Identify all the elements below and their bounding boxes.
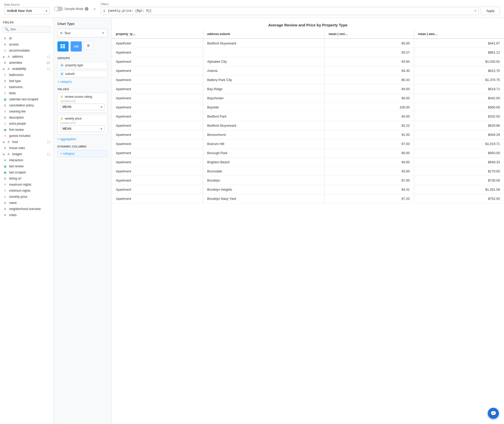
col-header-property-type[interactable]: property_ty…	[112, 30, 203, 39]
cell-mean-price: $1,019.71	[414, 139, 504, 149]
cell-property-type: Apartment	[112, 167, 203, 176]
filter-clear-icon[interactable]: ×	[474, 9, 477, 13]
value-pill-review[interactable]: # review scores rating AGGREGATE MEAN SU…	[57, 93, 107, 112]
number-viz-button[interactable]: 100	[71, 41, 82, 52]
field-item-minimum-nights[interactable]: # minimum nights	[0, 188, 53, 194]
field-item-neighborhood-overview[interactable]: A neighborhood overview	[0, 206, 53, 212]
search-input[interactable]	[10, 28, 49, 31]
field-type-number-icon: #	[3, 110, 7, 113]
cell-mean-price: $442.50	[414, 94, 504, 103]
field-type-number-icon: #	[3, 195, 7, 198]
table-row: Apartment 93.27 $861.12	[112, 48, 504, 57]
value-number-icon: #	[60, 117, 63, 120]
agg-select-price[interactable]: MEAN SUM COUNT	[60, 125, 105, 132]
agg-select-review[interactable]: MEAN SUM COUNT	[60, 104, 105, 110]
field-item-guests-included[interactable]: # guests included	[0, 133, 53, 139]
field-item-calendar[interactable]: ▦ calendar last scraped	[0, 96, 53, 102]
field-item-access[interactable]: A access	[0, 41, 53, 47]
field-item-notes[interactable]: A notes	[0, 212, 53, 218]
cell-suburb: Alphabet City	[203, 57, 324, 66]
cell-property-type: Aparthotel	[112, 39, 203, 48]
field-item-house-rules[interactable]: A house rules	[0, 145, 53, 151]
field-badge: { }	[48, 67, 50, 70]
chart-type-select[interactable]: ≡ Text ▼	[57, 29, 107, 37]
field-item-bedrooms[interactable]: # bedrooms	[0, 84, 53, 90]
field-label: bedrooms	[9, 85, 50, 89]
field-item-bathrooms[interactable]: # bathrooms	[0, 72, 53, 78]
sample-mode-toggle[interactable]	[54, 7, 63, 11]
col-header-suburb[interactable]: address.suburb	[203, 30, 324, 39]
chevron-right-icon: ▶	[3, 153, 5, 156]
table-viz-button[interactable]	[57, 41, 69, 52]
field-label: images	[12, 152, 46, 156]
cell-mean-price: $861.12	[414, 48, 504, 57]
field-group-images[interactable]: ▶ A images { }	[0, 151, 53, 157]
field-label: interaction	[9, 158, 50, 162]
svg-rect-3	[63, 46, 65, 47]
groups-label: Groups	[57, 57, 107, 60]
svg-rect-0	[60, 44, 62, 45]
cell-suburb: Bay Ridge	[203, 85, 324, 94]
add-dynamic-col-button[interactable]: + category	[57, 150, 107, 157]
field-item-listing-url[interactable]: A listing url	[0, 175, 53, 182]
field-label: description	[9, 116, 50, 119]
col-header-mean-review[interactable]: mean ( revi…	[324, 30, 414, 39]
table-row: Apartment Bedford-Stuyvesant 92.22 $629.…	[112, 121, 504, 130]
data-source-select[interactable]: AirBnB New York	[4, 7, 50, 14]
field-item-monthly-price[interactable]: # monthly price	[0, 194, 53, 200]
table-row: Apartment Bedford Park 94.50 $332.50	[112, 112, 504, 121]
field-type-text-icon: A	[3, 159, 7, 162]
chat-button[interactable]: 💬	[488, 408, 499, 419]
cell-suburb: Astoria	[203, 66, 324, 75]
table-row: Apartment Borough Park 90.00 $950.00	[112, 149, 504, 158]
field-item-maximum-nights[interactable]: # maximum nights	[0, 182, 53, 188]
field-item-cancellation[interactable]: A cancellation policy	[0, 102, 53, 108]
cell-mean-review: 85.00	[324, 39, 414, 48]
cell-property-type: Apartment	[112, 75, 203, 85]
field-label: accommodates	[9, 49, 50, 52]
search-box[interactable]: 🔍	[3, 26, 51, 33]
cell-mean-price: $730.00	[414, 176, 504, 185]
field-item-id[interactable]: A id	[0, 35, 53, 41]
group-pill-suburb[interactable]: A suburb	[57, 70, 107, 77]
add-category-button[interactable]: + category	[57, 79, 107, 85]
field-group-host[interactable]: ▶ A host { }	[0, 139, 53, 145]
chart-title: Average Review and Price by Property Typ…	[112, 18, 504, 30]
sample-mode-info-icon[interactable]: i	[85, 7, 88, 11]
svg-rect-5	[63, 47, 65, 48]
agg-select-wrapper: MEAN SUM COUNT	[60, 125, 105, 132]
value-pill-price[interactable]: # weekly price AGGREGATE MEAN SUM COUNT	[57, 115, 107, 134]
field-item-accommodates[interactable]: # accommodates	[0, 47, 53, 54]
apply-button[interactable]: Apply	[481, 7, 500, 15]
sidebar: Fields 🔍 A id A access # accommodates ▶ …	[0, 18, 53, 424]
field-item-interaction[interactable]: A interaction	[0, 157, 53, 163]
field-item-last-review[interactable]: ▦ last review	[0, 163, 53, 169]
chevron-right-icon: ▶	[3, 55, 5, 58]
field-item-description[interactable]: A description	[0, 115, 53, 121]
cell-suburb: Bedford-Stuyvesant	[203, 39, 324, 48]
field-group-availability[interactable]: ▶ A availability { }	[0, 66, 53, 72]
cell-suburb: Brooklyn Navy Yard	[203, 194, 324, 203]
field-item-cleaning-fee[interactable]: # cleaning fee	[0, 108, 53, 115]
field-item-amenities[interactable]: A amenities [ ]	[0, 60, 53, 66]
col-header-mean-price[interactable]: mean ( wee…	[414, 30, 504, 39]
filter-bar: ⧖ {weekly_price: {$gt: 0}} ×	[101, 7, 479, 15]
cell-mean-review: 90.00	[324, 149, 414, 158]
field-item-name[interactable]: A name	[0, 200, 53, 206]
cell-property-type: Apartment	[112, 94, 203, 103]
field-badge: { }	[48, 153, 50, 156]
field-item-first-review[interactable]: ▦ first review	[0, 127, 53, 133]
value-number-icon: #	[60, 95, 63, 99]
field-item-extra-people[interactable]: # extra people	[0, 121, 53, 127]
chart-type-label: Text	[64, 31, 100, 35]
field-type-date-icon: ▦	[3, 165, 7, 168]
field-item-beds[interactable]: # beds	[0, 90, 53, 96]
table-row: Apartment Brooklyn Navy Yard 97.20 $752.…	[112, 194, 504, 203]
add-aggregation-button[interactable]: + aggregation	[57, 136, 107, 142]
group-pill-property-type[interactable]: A property type	[57, 62, 107, 69]
viz-settings-button[interactable]: ⚙	[84, 41, 93, 50]
field-item-bed-type[interactable]: A bed type	[0, 78, 53, 84]
field-item-last-scraped[interactable]: ▦ last scraped	[0, 169, 53, 175]
chart-type-title: Chart Type	[57, 22, 107, 26]
field-group-address[interactable]: ▶ A address { }	[0, 54, 53, 60]
